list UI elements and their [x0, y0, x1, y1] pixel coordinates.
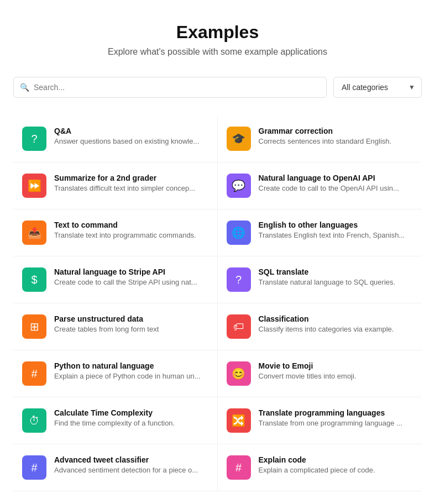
card-text-summarize: Summarize for a 2nd graderTranslates dif… — [54, 174, 208, 192]
card-desc-summarize: Translates difficult text into simpler c… — [54, 184, 208, 192]
icon-summarize: ⏩ — [22, 174, 46, 198]
card-text-english-lang: English to other languagesTranslates Eng… — [259, 221, 413, 239]
card-nl-openai[interactable]: 💬Natural language to OpenAI APICreate co… — [218, 162, 422, 209]
card-english-lang[interactable]: 🌐English to other languagesTranslates En… — [218, 209, 422, 256]
page-header: Examples Explore what's possible with so… — [13, 22, 422, 57]
card-title-explain-code: Explain code — [259, 455, 413, 464]
card-desc-nl-openai: Create code to call to the OpenAI API us… — [259, 184, 413, 192]
card-text-grammar: Grammar correctionCorrects sentences int… — [259, 127, 413, 145]
card-qa[interactable]: ?Q&AAnswer questions based on existing k… — [13, 116, 218, 162]
card-desc-qa: Answer questions based on existing knowl… — [54, 137, 208, 145]
card-title-grammar: Grammar correction — [259, 127, 413, 135]
card-text-time-complexity: Calculate Time ComplexityFind the time c… — [54, 408, 208, 427]
icon-movie-emoji: 😊 — [227, 361, 251, 386]
card-text-command[interactable]: 📤Text to commandTranslate text into prog… — [13, 209, 218, 256]
card-desc-translate-prog: Translate from one programming language … — [259, 419, 413, 427]
card-desc-python-nl: Explain a piece of Python code in human … — [54, 372, 208, 380]
card-title-translate-prog: Translate programming languages — [259, 408, 413, 417]
card-title-sql-translate: SQL translate — [259, 267, 413, 276]
card-title-tweet-classifier: Advanced tweet classifier — [54, 455, 208, 464]
card-text-text-command: Text to commandTranslate text into progr… — [54, 221, 208, 239]
card-text-movie-emoji: Movie to EmojiConvert movie titles into … — [259, 361, 413, 380]
search-wrapper: 🔍 — [13, 77, 327, 98]
card-title-classification: Classification — [259, 314, 413, 323]
card-translate-prog[interactable]: 🔀Translate programming languagesTranslat… — [218, 397, 422, 444]
card-grammar[interactable]: 🎓Grammar correctionCorrects sentences in… — [218, 116, 422, 162]
card-title-python-nl: Python to natural language — [54, 361, 208, 370]
icon-tweet-classifier: # — [22, 455, 46, 480]
card-desc-grammar: Corrects sentences into standard English… — [259, 137, 413, 145]
card-desc-tweet-classifier: Advanced sentiment detection for a piece… — [54, 466, 208, 474]
card-desc-explain-code: Explain a complicated piece of code. — [259, 466, 413, 474]
icon-nl-stripe: $ — [22, 267, 46, 292]
page: Examples Explore what's possible with so… — [0, 0, 435, 504]
card-desc-time-complexity: Find the time complexity of a function. — [54, 419, 208, 427]
card-nl-stripe[interactable]: $Natural language to Stripe APICreate co… — [13, 256, 218, 303]
card-text-translate-prog: Translate programming languagesTranslate… — [259, 408, 413, 427]
search-input[interactable] — [13, 77, 327, 98]
icon-python-nl: # — [22, 361, 46, 386]
search-row: 🔍 All categoriesCodeLanguageTranslationC… — [13, 77, 422, 98]
card-title-movie-emoji: Movie to Emoji — [259, 361, 413, 370]
icon-qa: ? — [22, 127, 46, 151]
card-title-parse-data: Parse unstructured data — [54, 314, 208, 323]
icon-translate-prog: 🔀 — [227, 408, 251, 433]
card-text-qa: Q&AAnswer questions based on existing kn… — [54, 127, 208, 145]
page-subtitle: Explore what's possible with some exampl… — [13, 47, 422, 57]
card-desc-nl-stripe: Create code to call the Stripe API using… — [54, 278, 208, 286]
card-title-text-command: Text to command — [54, 221, 208, 229]
card-movie-emoji[interactable]: 😊Movie to EmojiConvert movie titles into… — [218, 350, 422, 397]
card-title-nl-stripe: Natural language to Stripe API — [54, 267, 208, 276]
category-select[interactable]: All categoriesCodeLanguageTranslationCla… — [333, 77, 422, 98]
icon-nl-openai: 💬 — [227, 174, 251, 198]
card-title-time-complexity: Calculate Time Complexity — [54, 408, 208, 417]
card-text-classification: ClassificationClassify items into catego… — [259, 314, 413, 333]
card-classification[interactable]: 🏷ClassificationClassify items into categ… — [218, 303, 422, 350]
card-text-sql-translate: SQL translateTranslate natural language … — [259, 267, 413, 286]
card-title-english-lang: English to other languages — [259, 221, 413, 229]
card-title-qa: Q&A — [54, 127, 208, 135]
card-explain-code[interactable]: #Explain codeExplain a complicated piece… — [218, 444, 422, 491]
card-text-tweet-classifier: Advanced tweet classifierAdvanced sentim… — [54, 455, 208, 474]
card-desc-english-lang: Translates English text into French, Spa… — [259, 231, 413, 239]
card-desc-classification: Classify items into categories via examp… — [259, 325, 413, 333]
card-python-nl[interactable]: #Python to natural languageExplain a pie… — [13, 350, 218, 397]
card-text-nl-stripe: Natural language to Stripe APICreate cod… — [54, 267, 208, 286]
card-title-summarize: Summarize for a 2nd grader — [54, 174, 208, 182]
icon-parse-data: ⊞ — [22, 314, 46, 339]
category-select-wrapper: All categoriesCodeLanguageTranslationCla… — [333, 77, 422, 98]
icon-classification: 🏷 — [227, 314, 251, 339]
search-icon: 🔍 — [20, 83, 29, 92]
card-text-parse-data: Parse unstructured dataCreate tables fro… — [54, 314, 208, 333]
page-title: Examples — [13, 22, 422, 43]
card-desc-sql-translate: Translate natural language to SQL querie… — [259, 278, 413, 286]
card-text-python-nl: Python to natural languageExplain a piec… — [54, 361, 208, 380]
card-desc-text-command: Translate text into programmatic command… — [54, 231, 208, 239]
card-tweet-classifier[interactable]: #Advanced tweet classifierAdvanced senti… — [13, 444, 218, 491]
card-text-explain-code: Explain codeExplain a complicated piece … — [259, 455, 413, 474]
icon-time-complexity: ⏱ — [22, 408, 46, 433]
icon-explain-code: # — [227, 455, 251, 480]
card-sql-translate[interactable]: ?SQL translateTranslate natural language… — [218, 256, 422, 303]
icon-sql-translate: ? — [227, 267, 251, 292]
card-desc-parse-data: Create tables from long form text — [54, 325, 208, 333]
card-title-nl-openai: Natural language to OpenAI API — [259, 174, 413, 182]
card-summarize[interactable]: ⏩Summarize for a 2nd graderTranslates di… — [13, 162, 218, 209]
icon-grammar: 🎓 — [227, 127, 251, 151]
card-time-complexity[interactable]: ⏱Calculate Time ComplexityFind the time … — [13, 397, 218, 444]
card-text-nl-openai: Natural language to OpenAI APICreate cod… — [259, 174, 413, 192]
card-desc-movie-emoji: Convert movie titles into emoji. — [259, 372, 413, 380]
card-parse-data[interactable]: ⊞Parse unstructured dataCreate tables fr… — [13, 303, 218, 350]
examples-grid: ?Q&AAnswer questions based on existing k… — [13, 116, 422, 491]
icon-english-lang: 🌐 — [227, 221, 251, 245]
icon-text-command: 📤 — [22, 221, 46, 245]
